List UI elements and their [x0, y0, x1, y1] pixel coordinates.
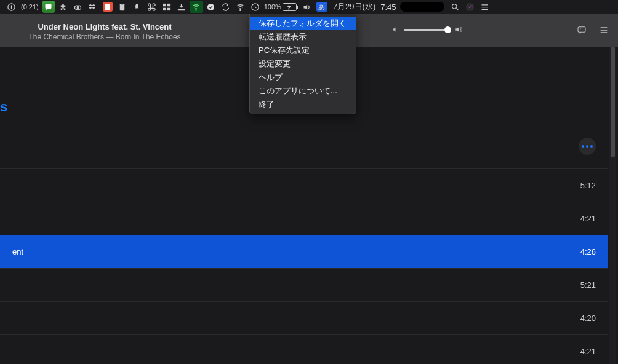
volume-slider-fill [404, 29, 445, 31]
track-duration: 4:21 [580, 214, 596, 223]
queue-button[interactable] [598, 25, 609, 38]
volume-slider-track[interactable] [404, 29, 449, 31]
puzzle-icon[interactable] [57, 1, 70, 13]
dropbox-icon[interactable] [87, 1, 99, 13]
menubar-time[interactable]: 7:45 [380, 2, 396, 12]
dropdown-item-help[interactable]: ヘルプ [250, 71, 356, 84]
svg-point-17 [452, 4, 457, 9]
check-circle-icon[interactable] [205, 1, 217, 13]
battery-status[interactable]: 100% [264, 3, 299, 11]
album-header-fragment: s [0, 99, 7, 115]
sync-icon[interactable] [220, 1, 232, 13]
svg-rect-5 [120, 3, 125, 10]
track-duration: 4:20 [580, 314, 596, 323]
track-duration: 4:21 [580, 347, 596, 356]
track-row-selected[interactable]: ent 4:26 [0, 235, 608, 268]
line-app-icon[interactable] [42, 1, 55, 13]
creative-cloud-icon[interactable] [72, 1, 84, 13]
dropdown-item-history[interactable]: 転送履歴表示 [250, 30, 356, 44]
download-icon[interactable] [175, 1, 188, 13]
track-row[interactable]: 4:21 [0, 334, 608, 364]
orange-app-icon[interactable] [102, 1, 114, 13]
svg-rect-1 [10, 5, 11, 9]
spotlight-icon[interactable] [449, 1, 462, 13]
svg-point-13 [240, 9, 241, 10]
siri-icon[interactable] [464, 1, 476, 13]
scrollbar-thumb[interactable] [611, 47, 615, 157]
menu-extra-app-icon[interactable] [5, 1, 17, 13]
dropdown-item-settings[interactable]: 設定変更 [250, 57, 356, 71]
japanese-input-icon[interactable]: あ [316, 1, 328, 13]
track-duration: 4:26 [580, 247, 596, 256]
svg-point-11 [196, 9, 196, 10]
timer-label: (0:21) [18, 3, 41, 10]
svg-rect-6 [121, 2, 124, 4]
command-icon[interactable] [146, 1, 158, 13]
notification-center-icon[interactable] [479, 1, 491, 13]
macos-menubar: (0:21) 100% [0, 0, 618, 14]
svg-point-12 [207, 3, 214, 10]
menubar-dropdown: 保存したフォルダを開く 転送履歴表示 PC保存先設定 設定変更 ヘルプ このアプ… [249, 14, 356, 114]
track-title: ent [12, 247, 580, 256]
dropdown-item-about[interactable]: このアプリについて... [250, 84, 356, 98]
dropdown-item-open-folder[interactable]: 保存したフォルダを開く [250, 17, 356, 30]
dropdown-item-save-location[interactable]: PC保存先設定 [250, 44, 356, 57]
volume-control[interactable] [391, 25, 463, 34]
clipboard-icon[interactable] [116, 1, 129, 13]
wifi-transfer-app-icon[interactable] [190, 1, 203, 13]
vertical-scrollbar[interactable] [609, 47, 616, 364]
svg-rect-4 [105, 4, 110, 10]
track-row[interactable]: 4:20 [0, 301, 608, 334]
svg-rect-19 [578, 27, 585, 33]
menubar-date[interactable]: 7月29日(水) [333, 1, 375, 12]
svg-text:": " [580, 28, 581, 31]
rocket-icon[interactable] [131, 1, 143, 13]
svg-rect-8 [167, 3, 170, 6]
now-playing-subtitle: The Chemical Brothers — Born In The Echo… [0, 33, 209, 42]
svg-rect-9 [163, 7, 166, 10]
now-playing-display[interactable]: Under Neon Lights feat. St. Vincent The … [0, 18, 209, 42]
volume-slider-knob[interactable] [444, 26, 451, 33]
dropdown-item-quit[interactable]: 終了 [250, 98, 356, 111]
track-row[interactable]: 5:12 [0, 168, 608, 202]
wifi-icon[interactable] [235, 1, 247, 13]
grid-icon[interactable] [161, 1, 173, 13]
volume-low-icon [391, 26, 399, 33]
track-list: 5:12 4:21 ent 4:26 5:21 4:20 4:21 [0, 168, 608, 364]
now-playing-title: Under Neon Lights feat. St. Vincent [0, 22, 209, 33]
track-duration: 5:12 [580, 181, 596, 190]
svg-rect-7 [163, 3, 166, 6]
track-row[interactable]: 5:21 [0, 268, 608, 301]
svg-rect-16 [297, 6, 298, 9]
redacted-area [400, 2, 444, 12]
track-duration: 5:21 [580, 280, 596, 290]
lyrics-button[interactable]: " [576, 25, 587, 38]
battery-percent-label: 100% [264, 3, 281, 10]
volume-high-icon [454, 25, 463, 34]
more-actions-button[interactable] [579, 138, 596, 155]
volume-menu-icon[interactable] [301, 1, 313, 13]
svg-rect-10 [167, 7, 170, 10]
time-machine-icon[interactable] [249, 1, 262, 13]
track-row[interactable]: 4:21 [0, 202, 608, 235]
